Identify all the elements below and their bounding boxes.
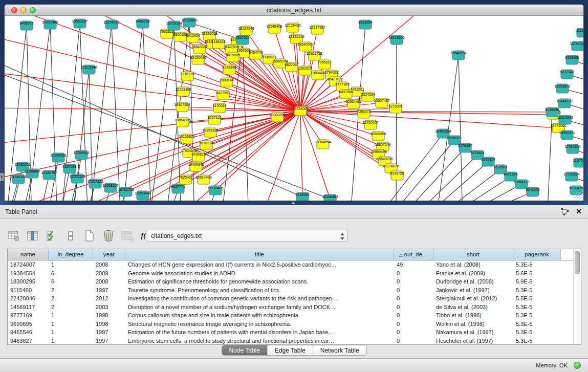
cell-title[interactable]: Changes of HCN gene expression and I(f) … xyxy=(125,260,394,269)
cell-out_de[interactable]: 0 xyxy=(394,277,433,286)
network-node[interactable]: 7857224 xyxy=(235,35,249,45)
cell-pagerank[interactable]: 5.3E-5 xyxy=(513,320,561,329)
cell-name[interactable]: 9115460 xyxy=(8,286,49,295)
network-node[interactable]: 20364486 xyxy=(345,99,361,108)
cell-name[interactable]: 22420046 xyxy=(8,294,49,303)
cell-year[interactable]: 2009 xyxy=(93,269,125,278)
cell-short[interactable]: Hescheler et al. (1997) xyxy=(433,337,513,345)
network-node[interactable]: 12213389 xyxy=(175,87,191,96)
column-settings-button[interactable] xyxy=(7,229,20,243)
network-node[interactable]: 15751074 xyxy=(570,41,583,51)
network-node[interactable]: 11548408 xyxy=(267,24,282,33)
memory-ok-icon[interactable] xyxy=(574,362,581,369)
network-node[interactable]: 7386372 xyxy=(357,109,371,118)
network-node[interactable]: 16961758 xyxy=(306,51,322,60)
cell-pagerank[interactable]: 5.3E-5 xyxy=(513,328,561,337)
column-header-out_de[interactable]: △out_de… xyxy=(394,249,433,260)
cell-year[interactable]: 2012 xyxy=(93,294,125,303)
network-node[interactable]: 11145194 xyxy=(11,174,26,184)
cell-pagerank[interactable]: 5.3E-5 xyxy=(513,311,561,320)
table-row[interactable]: 977716911998Corpus callosum shape and si… xyxy=(8,311,581,320)
network-node[interactable]: 9397588 xyxy=(62,164,76,173)
table-row[interactable]: 1872400712008Changes of HCN gene express… xyxy=(8,260,581,269)
network-node[interactable]: 18124549 xyxy=(238,26,254,35)
cell-short[interactable]: Jankovic et al. (1997) xyxy=(433,286,513,295)
window-titlebar[interactable]: citations_edges.txt xyxy=(5,5,583,16)
network-node[interactable]: 17359924 xyxy=(73,150,89,160)
network-node[interactable]: 1167531 xyxy=(573,158,583,167)
cell-year[interactable]: 2003 xyxy=(93,303,125,312)
network-node[interactable]: 15718485 xyxy=(207,186,223,195)
cell-pagerank[interactable]: 5.6E-5 xyxy=(513,269,561,278)
cell-name[interactable]: 9699695 xyxy=(8,320,49,329)
network-node[interactable]: 7625402 xyxy=(179,175,192,184)
cell-short[interactable]: Wolkin et al. (1998) xyxy=(433,320,513,329)
column-header-title[interactable]: title xyxy=(125,249,394,260)
float-panel-icon[interactable] xyxy=(561,208,569,215)
network-node[interactable]: 16296453 xyxy=(322,194,338,201)
cell-name[interactable]: 9777169 xyxy=(8,311,49,320)
network-node[interactable]: 18640910 xyxy=(297,42,313,51)
network-node[interactable]: 17957223 xyxy=(87,179,103,188)
network-canvas[interactable]: 1872400722226058183275058912934886012879… xyxy=(5,16,583,201)
network-node[interactable]: 19166825 xyxy=(179,134,194,143)
network-node[interactable]: 15276021 xyxy=(103,20,119,29)
network-node[interactable]: 16782759 xyxy=(118,187,134,196)
network-node[interactable]: 6497568 xyxy=(339,90,353,99)
table-row[interactable]: 1830029562008Estimation of significance … xyxy=(8,277,581,286)
network-node[interactable]: 17016504 xyxy=(564,144,580,154)
network-node[interactable]: 6466160 xyxy=(136,19,149,28)
network-node[interactable]: 9439822 xyxy=(191,152,205,161)
network-node[interactable]: 9329966 xyxy=(565,55,579,64)
cell-short[interactable]: de Silva et al. (2003) xyxy=(433,303,513,312)
cell-in_degree[interactable]: 1 xyxy=(49,320,93,329)
table-row[interactable]: 946554611997Estimation of the future num… xyxy=(8,328,581,337)
cell-year[interactable]: 1997 xyxy=(93,328,125,337)
cell-in_degree[interactable]: 1 xyxy=(49,337,93,345)
cell-pagerank[interactable]: 5.9E-5 xyxy=(513,277,561,286)
cell-name[interactable]: 18724007 xyxy=(8,260,49,269)
cell-short[interactable]: Franke et al. (2009) xyxy=(433,269,513,278)
network-node[interactable]: 12923448 xyxy=(135,191,150,200)
cell-out_de[interactable]: 0 xyxy=(394,328,433,337)
tab-network-table[interactable]: Network Table xyxy=(313,345,366,355)
network-node[interactable]: 2718176 xyxy=(180,72,194,81)
network-node[interactable]: 8267110 xyxy=(208,115,222,124)
cell-short[interactable]: Yano et al. (2008) xyxy=(433,260,513,269)
table-row[interactable]: 969969511998Structural magnetic resonanc… xyxy=(8,320,581,329)
network-node[interactable]: 18724007 xyxy=(292,106,308,116)
select-attributes-button[interactable] xyxy=(45,229,58,243)
network-node[interactable]: 10607487 xyxy=(374,98,389,107)
network-node[interactable]: 12444139 xyxy=(556,99,572,108)
cell-short[interactable]: Tibbo et al. (1998) xyxy=(433,311,513,320)
network-node[interactable]: 12093872 xyxy=(554,84,570,93)
network-node[interactable]: 10653287 xyxy=(72,19,88,28)
cell-in_degree[interactable]: 2 xyxy=(49,303,93,312)
cell-title[interactable]: Embryonic stem cells: a model to study s… xyxy=(125,337,394,345)
network-node[interactable]: 5678314 xyxy=(199,141,213,150)
cell-out_de[interactable]: 0 xyxy=(394,337,433,345)
network-node[interactable]: 16720407 xyxy=(362,120,378,129)
cell-name[interactable]: 19384554 xyxy=(8,269,49,278)
cell-pagerank[interactable]: 5.3E-5 xyxy=(513,303,561,312)
network-node[interactable]: 19384554 xyxy=(315,140,331,149)
network-node[interactable]: 7955812 xyxy=(317,60,331,69)
cell-year[interactable]: 1997 xyxy=(93,337,125,345)
network-node[interactable]: 1112134 xyxy=(576,28,583,37)
column-header-short[interactable]: short xyxy=(433,249,513,260)
cell-pagerank[interactable]: 5.5E-5 xyxy=(513,294,561,303)
column-header-name[interactable]: name xyxy=(8,249,49,260)
cell-in_degree[interactable]: 6 xyxy=(49,277,93,286)
column-header-year[interactable]: year xyxy=(93,249,125,260)
network-node[interactable]: 7963822 xyxy=(160,29,173,38)
column-header-in_degree[interactable]: in_degree xyxy=(49,249,93,260)
cell-in_degree[interactable]: 1 xyxy=(49,328,93,337)
cell-out_de[interactable]: 0 xyxy=(394,286,433,295)
network-node[interactable]: 12217987 xyxy=(309,25,325,34)
cell-year[interactable]: 1997 xyxy=(93,286,125,295)
cell-year[interactable]: 1998 xyxy=(93,320,125,329)
scrollbar-thumb[interactable] xyxy=(575,251,580,274)
cell-out_de[interactable]: 0 xyxy=(394,294,433,303)
resize-grip-icon[interactable] xyxy=(575,192,582,200)
cell-in_degree[interactable]: 1 xyxy=(49,311,93,320)
